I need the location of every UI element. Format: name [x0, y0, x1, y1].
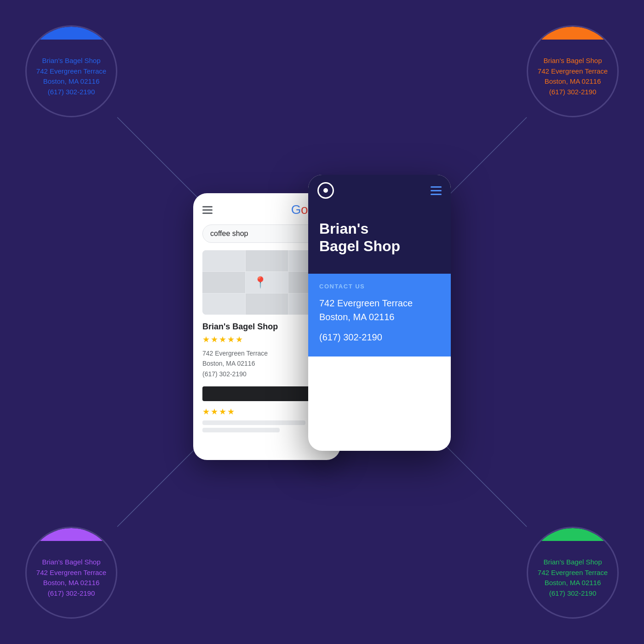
star2-1: ★ — [202, 407, 210, 417]
phones-container: Google coffee shop 📍 Brian's Bagel Shop … — [193, 175, 451, 469]
circle-tr-addr1: 742 Evergreen Terrace — [538, 66, 608, 77]
circle-tr-addr2: Boston, MA 02116 — [538, 76, 608, 87]
website-logo — [317, 182, 334, 199]
map-pin: 📍 — [253, 276, 267, 289]
website-phone: Brian's Bagel Shop CONTACT US 742 Evergr… — [308, 175, 451, 451]
circle-bl-phone: (617) 302-2190 — [36, 588, 106, 599]
contact-addr1: 742 Evergreen Terrace — [319, 296, 440, 310]
gray-line-2 — [202, 428, 280, 432]
circle-br-addr1: 742 Evergreen Terrace — [538, 568, 608, 578]
gray-line-1 — [202, 420, 305, 425]
contact-section: CONTACT US 742 Evergreen Terrace Boston,… — [308, 274, 451, 356]
star-5: ★ — [236, 334, 243, 345]
business-name: Brian's Bagel Shop — [319, 220, 440, 255]
circle-br-name: Brian's Bagel Shop — [538, 557, 608, 568]
website-hero: Brian's Bagel Shop — [308, 206, 451, 274]
circle-bottom-right: Brian's Bagel Shop 742 Evergreen Terrace… — [527, 527, 619, 619]
business-name-line1: Brian's — [319, 220, 440, 237]
google-o1: o — [301, 202, 308, 217]
star2-4: ★ — [227, 407, 235, 417]
circle-top-right: Brian's Bagel Shop 742 Evergreen Terrace… — [527, 25, 619, 117]
circle-tl-name: Brian's Bagel Shop — [36, 56, 106, 66]
circle-tr-phone: (617) 302-2190 — [538, 87, 608, 98]
circle-tr-name: Brian's Bagel Shop — [538, 56, 608, 66]
circle-tl-addr1: 742 Evergreen Terrace — [36, 66, 106, 77]
star-2: ★ — [211, 334, 218, 345]
website-header — [308, 175, 451, 206]
business-name-line2: Bagel Shop — [319, 237, 440, 255]
circle-bl-addr2: Boston, MA 02116 — [36, 578, 106, 588]
star-1: ★ — [202, 334, 210, 345]
star2-3: ★ — [219, 407, 226, 417]
circle-tl-addr2: Boston, MA 02116 — [36, 76, 106, 87]
circle-br-addr2: Boston, MA 02116 — [538, 578, 608, 588]
circle-bl-addr1: 742 Evergreen Terrace — [36, 568, 106, 578]
circle-br-phone: (617) 302-2190 — [538, 588, 608, 599]
circle-bottom-left: Brian's Bagel Shop 742 Evergreen Terrace… — [25, 527, 117, 619]
star-4: ★ — [227, 334, 235, 345]
hamburger-icon[interactable] — [202, 206, 213, 214]
circle-top-left: Brian's Bagel Shop 742 Evergreen Terrace… — [25, 25, 117, 117]
contact-phone: (617) 302-2190 — [319, 332, 440, 343]
google-g: G — [291, 202, 301, 217]
star2-2: ★ — [211, 407, 218, 417]
circle-bl-name: Brian's Bagel Shop — [36, 557, 106, 568]
star-3: ★ — [219, 334, 226, 345]
contact-addr2: Boston, MA 02116 — [319, 310, 440, 324]
website-logo-dot — [323, 188, 328, 193]
contact-us-label: CONTACT US — [319, 283, 440, 290]
contact-address: 742 Evergreen Terrace Boston, MA 02116 — [319, 296, 440, 324]
website-hamburger-icon[interactable] — [431, 186, 442, 195]
circle-tl-phone: (617) 302-2190 — [36, 87, 106, 98]
